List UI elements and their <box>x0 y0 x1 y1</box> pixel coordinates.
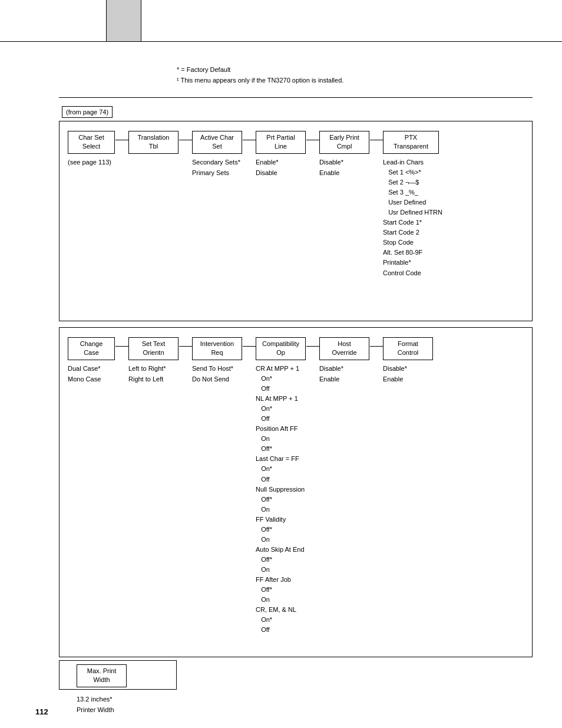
ptx-line1: PTX <box>405 134 417 141</box>
compat-sub-item: On <box>256 434 305 444</box>
compat-sub-item: On <box>256 535 305 545</box>
host-override-box: Host Override <box>319 337 369 360</box>
conn3 <box>243 140 256 140</box>
ptx-sub: Lead-in Chars Set 1 <%>* Set 2 ¬—$ Set 3… <box>383 157 442 278</box>
early-print-line2: Cmpl <box>337 143 352 150</box>
ptx-transparent-box: PTX Transparent <box>383 131 439 154</box>
active-char-line1: Active Char <box>200 134 234 141</box>
ptx-sub-item: Set 3 _%_ <box>383 187 442 197</box>
ptx-sub-item: Printable* <box>383 258 442 268</box>
ptx-sub-item: Stop Code <box>383 238 442 248</box>
conn10 <box>370 346 383 347</box>
conn6 <box>115 346 128 347</box>
compat-sub-item: CR At MPP + 1 <box>256 364 305 374</box>
host-sub-line2: Enable <box>319 375 339 383</box>
change-case-sub-line1: Dual Case* <box>68 365 101 372</box>
prt-partial-sub-line1: Enable* <box>256 159 279 166</box>
page-tab <box>106 0 141 41</box>
max-print-sub-item: 13.2 inches* <box>77 694 114 705</box>
conn8 <box>243 346 256 347</box>
char-set-line2: Select <box>82 143 101 150</box>
compat-sub-item: On* <box>256 404 305 414</box>
format-line1: Format <box>398 340 418 347</box>
conn4 <box>306 140 319 140</box>
set-text-sub-line1: Left to Right* <box>128 365 166 372</box>
ptx-sub-item: Set 2 ¬—$ <box>383 177 442 187</box>
conn2 <box>179 140 192 140</box>
conn1 <box>115 140 128 140</box>
conn9 <box>306 346 319 347</box>
format-sub-line2: Enable <box>383 375 403 383</box>
compat-sub-item: Off <box>256 414 305 424</box>
compat-sub-item: On <box>256 505 305 515</box>
trans-line1: Translation <box>137 134 169 141</box>
change-case-line1: Change <box>80 340 103 347</box>
compat-sub-item: Last Char = FF <box>256 454 305 464</box>
conn7 <box>179 346 192 347</box>
ptx-sub-item: Control Code <box>383 268 442 278</box>
legend-area: * = Factory Default ¹ This menu appears … <box>177 65 343 85</box>
early-print-sub: Disable* Enable <box>319 157 343 178</box>
ptx-sub-item: Set 1 <%>* <box>383 167 442 177</box>
compat-sub-item: On <box>256 595 305 605</box>
set-text-line2: Orientn <box>143 349 164 356</box>
ptx-sub-item: Usr Defined HTRN <box>383 207 442 218</box>
set-text-sub: Left to Right* Right to Left <box>128 364 166 384</box>
ptx-sub-item: Alt. Set 80-9F <box>383 248 442 258</box>
max-print-line2: Width <box>93 676 110 683</box>
max-print-sub: 13.2 inches*Printer Width <box>77 694 114 715</box>
format-line2: Control <box>398 349 418 356</box>
host-line1: Host <box>338 340 351 347</box>
format-sub-line1: Disable* <box>383 365 407 372</box>
compat-sub-item: On* <box>256 374 305 384</box>
ptx-sub-item: Start Code 1* <box>383 218 442 228</box>
intervention-line1: Intervention <box>200 340 234 347</box>
compatibility-sub: CR At MPP + 1 On* OffNL At MPP + 1 On* O… <box>256 364 305 635</box>
section-divider-line <box>59 97 533 98</box>
set-text-sub-line2: Right to Left <box>128 375 163 383</box>
char-set-line1: Char Set <box>78 134 104 141</box>
page-number: 112 <box>35 707 48 716</box>
intervention-sub-line1: Send To Host* <box>192 365 233 372</box>
compat-sub-item: Off <box>256 625 305 635</box>
compat-sub-item: Auto Skip At End <box>256 545 305 555</box>
from-page-box: (from page 74) <box>62 106 113 118</box>
host-override-sub: Disable* Enable <box>319 364 343 384</box>
max-print-width-box: Max. Print Width <box>77 664 127 687</box>
intervention-sub: Send To Host* Do Not Send <box>192 364 233 384</box>
compat-sub-item: On* <box>256 615 305 625</box>
prt-partial-line1: Prt Partial <box>266 134 295 141</box>
compat-sub-item: FF Validity <box>256 515 305 525</box>
prt-partial-line-box: Prt Partial Line <box>256 131 306 154</box>
compat-sub-item: Off* <box>256 525 305 535</box>
change-case-box: Change Case <box>68 337 115 360</box>
compatibility-op-box: Compatibility Op <box>256 337 306 360</box>
compat-line1: Compatibility <box>262 340 299 347</box>
active-char-sub: Secondary Sets* Primary Sets <box>192 157 240 178</box>
legend-line2: ¹ This menu appears only if the TN3270 o… <box>177 75 343 86</box>
max-print-sub-item: Printer Width <box>77 705 114 716</box>
change-case-sub-line2: Mono Case <box>68 375 101 383</box>
max-print-line1: Max. Print <box>87 667 117 674</box>
change-case-sub: Dual Case* Mono Case <box>68 364 101 384</box>
ptx-line2: Transparent <box>394 143 428 150</box>
compat-sub-item: Position Aft FF <box>256 424 305 434</box>
active-char-set-box: Active Char Set <box>192 131 242 154</box>
set-text-line1: Set Text <box>142 340 166 347</box>
compat-sub-item: FF After Job <box>256 575 305 585</box>
format-control-box: Format Control <box>383 337 433 360</box>
early-print-line1: Early Print <box>329 134 359 141</box>
compat-line2: Op <box>276 349 285 356</box>
set-text-orientn-box: Set Text Orientn <box>128 337 178 360</box>
ptx-sub-item: Start Code 2 <box>383 228 442 238</box>
char-set-select-box: Char Set Select <box>68 131 115 154</box>
prt-partial-sub: Enable* Disable <box>256 157 279 178</box>
compat-sub-item: NL At MPP + 1 <box>256 394 305 404</box>
compat-sub-item: Off* <box>256 444 305 454</box>
compat-sub-item: Off <box>256 475 305 485</box>
char-set-sub-text: (see page 113) <box>68 159 111 166</box>
ptx-sub-item: User Defined <box>383 197 442 207</box>
compat-sub-item: Off <box>256 384 305 394</box>
intervention-sub-line2: Do Not Send <box>192 375 229 383</box>
early-print-sub-line1: Disable* <box>319 159 343 166</box>
